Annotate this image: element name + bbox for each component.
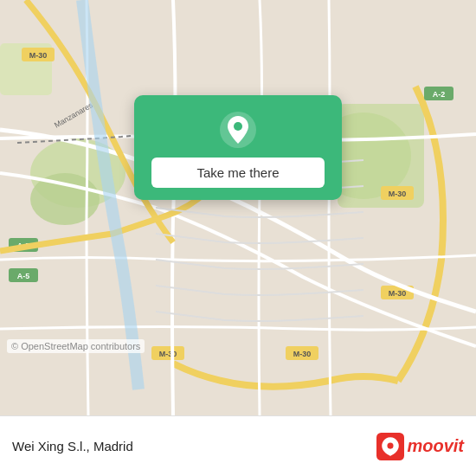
- moovit-logo: moovit: [376, 433, 464, 460]
- svg-text:M-30: M-30: [389, 289, 407, 298]
- svg-point-24: [234, 122, 242, 131]
- map-container: M-30 M-30 M-30 M-30 A-2 A-5 A-5 M-30: [0, 0, 476, 415]
- take-me-there-button[interactable]: Take me there: [151, 158, 325, 188]
- moovit-brand-icon: [376, 433, 404, 460]
- location-pin-icon: [219, 111, 257, 149]
- map-background: M-30 M-30 M-30 M-30 A-2 A-5 A-5 M-30: [0, 0, 476, 415]
- bottom-bar: Wei Xing S.l., Madrid moovit: [0, 415, 476, 476]
- svg-text:M-30: M-30: [29, 51, 48, 60]
- svg-text:A-5: A-5: [17, 272, 30, 280]
- map-attribution: © OpenStreetMap contributors: [7, 339, 145, 353]
- svg-text:M-30: M-30: [389, 190, 407, 198]
- svg-text:M-30: M-30: [293, 350, 312, 358]
- place-name: Wei Xing S.l., Madrid: [12, 439, 133, 453]
- svg-point-26: [388, 442, 394, 448]
- moovit-brand-name: moovit: [407, 436, 464, 456]
- svg-text:A-2: A-2: [433, 90, 446, 99]
- popup-card: Take me there: [134, 95, 342, 200]
